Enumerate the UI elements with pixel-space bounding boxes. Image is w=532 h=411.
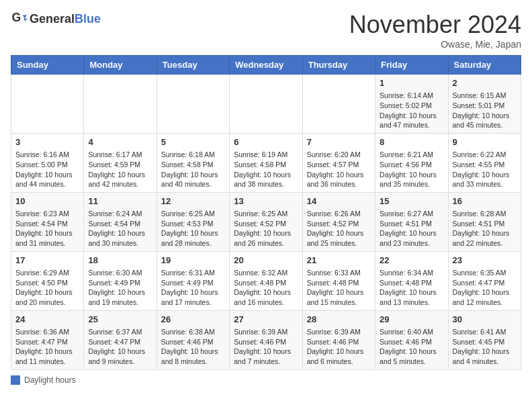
day-info: Sunset: 4:51 PM [453, 219, 517, 229]
day-info: Sunrise: 6:25 AM [234, 209, 298, 219]
day-info: Sunset: 4:49 PM [161, 278, 225, 288]
day-number: 16 [453, 195, 517, 208]
location: Owase, Mie, Japan [349, 39, 521, 50]
day-info: Sunrise: 6:17 AM [88, 150, 152, 160]
calendar-cell: 27Sunrise: 6:39 AMSunset: 4:46 PMDayligh… [230, 310, 302, 369]
calendar-cell: 23Sunrise: 6:35 AMSunset: 4:47 PMDayligh… [448, 251, 521, 310]
day-info: Sunset: 4:52 PM [307, 219, 371, 229]
day-number: 17 [15, 255, 79, 267]
day-number: 8 [380, 136, 443, 148]
day-number: 12 [161, 195, 225, 208]
day-number: 4 [88, 136, 152, 148]
day-info: Sunrise: 6:28 AM [453, 209, 517, 219]
day-info: Sunrise: 6:21 AM [380, 150, 443, 160]
day-info: Sunrise: 6:15 AM [453, 91, 517, 101]
calendar-cell: 1Sunrise: 6:14 AMSunset: 5:02 PMDaylight… [375, 75, 448, 134]
day-info: Sunrise: 6:30 AM [88, 268, 152, 278]
calendar-cell: 17Sunrise: 6:29 AMSunset: 4:50 PMDayligh… [11, 251, 84, 310]
calendar-header-thursday: Thursday [302, 56, 375, 75]
day-info: Sunset: 4:55 PM [453, 160, 517, 170]
calendar-cell: 16Sunrise: 6:28 AMSunset: 4:51 PMDayligh… [448, 192, 521, 251]
day-number: 27 [234, 314, 298, 326]
day-info: Sunrise: 6:39 AM [234, 327, 298, 337]
day-info: Sunrise: 6:24 AM [88, 209, 152, 219]
calendar-cell [302, 75, 375, 134]
day-info: Sunrise: 6:16 AM [15, 150, 79, 160]
day-info: Sunrise: 6:38 AM [161, 327, 225, 337]
day-number: 18 [88, 255, 152, 267]
calendar-cell: 12Sunrise: 6:25 AMSunset: 4:53 PMDayligh… [157, 192, 229, 251]
calendar-cell [11, 75, 84, 134]
calendar-cell: 3Sunrise: 6:16 AMSunset: 5:00 PMDaylight… [11, 133, 84, 192]
day-info: Daylight: 10 hours and 25 minutes. [307, 228, 371, 248]
calendar-cell: 24Sunrise: 6:36 AMSunset: 4:47 PMDayligh… [11, 310, 84, 369]
day-info: Daylight: 10 hours and 22 minutes. [453, 228, 517, 248]
day-info: Daylight: 10 hours and 16 minutes. [234, 287, 298, 307]
day-info: Daylight: 10 hours and 20 minutes. [15, 287, 79, 307]
day-number: 7 [307, 136, 371, 148]
day-info: Daylight: 10 hours and 33 minutes. [453, 170, 517, 189]
day-info: Daylight: 10 hours and 45 minutes. [453, 111, 517, 130]
day-info: Sunset: 4:46 PM [307, 337, 371, 347]
day-number: 11 [88, 195, 152, 208]
day-number: 30 [453, 314, 517, 326]
day-info: Daylight: 10 hours and 47 minutes. [380, 111, 443, 130]
day-info: Sunset: 4:50 PM [15, 278, 79, 288]
day-number: 15 [380, 195, 443, 208]
calendar-cell: 13Sunrise: 6:25 AMSunset: 4:52 PMDayligh… [230, 192, 302, 251]
logo-blue: Blue [75, 12, 101, 26]
day-info: Daylight: 10 hours and 42 minutes. [88, 170, 152, 189]
calendar-week-1: 1Sunrise: 6:14 AMSunset: 5:02 PMDaylight… [11, 75, 521, 134]
calendar-cell [230, 75, 302, 134]
day-number: 26 [161, 314, 225, 326]
page-header: G GeneralBlue November 2024 Owase, Mie, … [11, 11, 521, 50]
day-info: Sunrise: 6:36 AM [15, 327, 79, 337]
day-info: Sunset: 4:45 PM [453, 337, 517, 347]
day-info: Sunrise: 6:19 AM [234, 150, 298, 160]
day-info: Sunrise: 6:26 AM [307, 209, 371, 219]
calendar-cell: 20Sunrise: 6:32 AMSunset: 4:48 PMDayligh… [230, 251, 302, 310]
day-number: 9 [453, 136, 517, 148]
day-number: 10 [15, 195, 79, 208]
calendar-cell: 18Sunrise: 6:30 AMSunset: 4:49 PMDayligh… [84, 251, 157, 310]
day-info: Sunset: 4:46 PM [380, 337, 443, 347]
day-info: Sunset: 4:53 PM [161, 219, 225, 229]
calendar-cell: 7Sunrise: 6:20 AMSunset: 4:57 PMDaylight… [302, 133, 375, 192]
day-info: Sunrise: 6:33 AM [307, 268, 371, 278]
day-info: Sunrise: 6:35 AM [453, 268, 517, 278]
day-number: 14 [307, 195, 371, 208]
day-info: Daylight: 10 hours and 19 minutes. [88, 287, 152, 307]
day-info: Sunrise: 6:32 AM [234, 268, 298, 278]
month-title: November 2024 [349, 11, 521, 39]
calendar-cell: 10Sunrise: 6:23 AMSunset: 4:54 PMDayligh… [11, 192, 84, 251]
day-info: Sunset: 4:47 PM [453, 278, 517, 288]
day-info: Daylight: 10 hours and 7 minutes. [234, 347, 298, 366]
day-number: 19 [161, 255, 225, 267]
day-info: Daylight: 10 hours and 6 minutes. [307, 347, 371, 366]
calendar-cell [84, 75, 157, 134]
day-info: Sunrise: 6:20 AM [307, 150, 371, 160]
calendar-table: SundayMondayTuesdayWednesdayThursdayFrid… [11, 55, 521, 370]
calendar-header-monday: Monday [84, 56, 157, 75]
day-number: 20 [234, 255, 298, 267]
day-info: Sunset: 4:49 PM [88, 278, 152, 288]
day-info: Daylight: 10 hours and 35 minutes. [380, 170, 443, 189]
day-info: Daylight: 10 hours and 26 minutes. [234, 228, 298, 248]
calendar-header-friday: Friday [375, 56, 448, 75]
day-number: 21 [307, 255, 371, 267]
day-info: Sunrise: 6:18 AM [161, 150, 225, 160]
day-info: Sunset: 4:46 PM [161, 337, 225, 347]
calendar-cell: 29Sunrise: 6:40 AMSunset: 4:46 PMDayligh… [375, 310, 448, 369]
calendar-cell: 25Sunrise: 6:37 AMSunset: 4:47 PMDayligh… [84, 310, 157, 369]
calendar-cell: 22Sunrise: 6:34 AMSunset: 4:48 PMDayligh… [375, 251, 448, 310]
day-info: Sunrise: 6:37 AM [88, 327, 152, 337]
day-info: Sunset: 4:59 PM [88, 160, 152, 170]
day-info: Sunrise: 6:29 AM [15, 268, 79, 278]
day-number: 13 [234, 195, 298, 208]
legend-box [11, 375, 20, 385]
day-info: Daylight: 10 hours and 4 minutes. [453, 347, 517, 366]
calendar-cell: 14Sunrise: 6:26 AMSunset: 4:52 PMDayligh… [302, 192, 375, 251]
day-info: Sunrise: 6:40 AM [380, 327, 443, 337]
day-info: Daylight: 10 hours and 8 minutes. [161, 347, 225, 366]
svg-marker-2 [24, 18, 27, 21]
